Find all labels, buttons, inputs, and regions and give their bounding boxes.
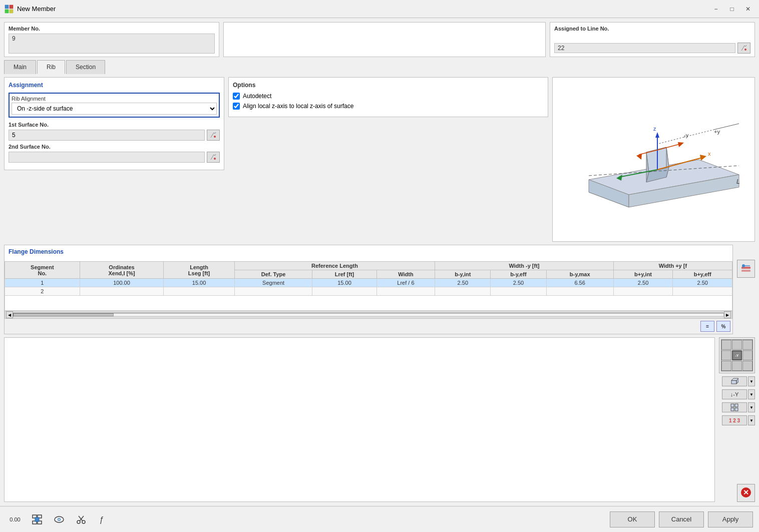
titlebar: New Member − □ ✕ (0, 0, 759, 18)
flange-table-container: Flange Dimensions SegmentNo. OrdinatesXe… (4, 245, 733, 334)
select-tool-button[interactable] (28, 510, 46, 528)
scroll-thumb[interactable] (14, 313, 114, 316)
view-btn-3d[interactable]: ▼ (722, 376, 755, 386)
col-width-pos-group: Width +y [f (613, 262, 732, 270)
coordinates-button[interactable]: 0.00 (6, 510, 24, 528)
svg-rect-32 (731, 380, 736, 384)
cut-tool-button[interactable] (72, 510, 90, 528)
cell-ordinates: 100.00 (80, 279, 164, 287)
close-button[interactable]: ✕ (741, 4, 755, 15)
cell-b-neg-int (435, 287, 491, 296)
table-scroll-area[interactable]: SegmentNo. OrdinatesXend,I [%] LengthLse… (5, 261, 732, 311)
equals-button[interactable]: = (700, 321, 714, 332)
align-checkbox[interactable] (233, 103, 240, 110)
rib-alignment-group: Rib Alignment On -z-side of surface On +… (9, 93, 220, 118)
svg-marker-17 (655, 132, 659, 138)
select-icon (32, 514, 43, 525)
grid-view-dropdown[interactable]: ▼ (748, 402, 755, 412)
surface2-pick-button[interactable] (207, 152, 220, 163)
cube-cell-tm (732, 340, 742, 350)
y-view-dropdown[interactable]: ▼ (748, 389, 755, 399)
cube-cell-mr (742, 350, 752, 360)
view-btn-numbers[interactable]: 1 2 3 ▼ (722, 415, 755, 425)
scroll-left-arrow[interactable]: ◀ (6, 311, 13, 318)
svg-rect-35 (731, 404, 734, 407)
cube-cell-bl (721, 361, 731, 371)
surface1-pick-button[interactable] (207, 130, 220, 141)
3d-view-dropdown[interactable]: ▼ (748, 376, 755, 386)
svg-point-5 (214, 136, 216, 138)
minimize-button[interactable]: − (709, 4, 723, 15)
view-btn-y[interactable]: ↓-Y ▼ (722, 389, 755, 399)
cube-cell-bm (732, 361, 742, 371)
dialog-body: Member No. 9 Assigned to Line No. 22 Mai… (0, 18, 759, 506)
bottom-bar: 0.00 (0, 506, 759, 532)
cube-cell-tl (721, 340, 731, 350)
cell-b-pos-int (613, 287, 673, 296)
right-view-controls: -Y ▼ ↓-Y (719, 337, 755, 502)
flange-section: Flange Dimensions SegmentNo. OrdinatesXe… (4, 245, 755, 334)
surface1-input[interactable] (9, 130, 205, 141)
col-b-neg-eff: b-y,eff (491, 270, 546, 279)
window-controls: − □ ✕ (709, 4, 755, 15)
cell-length (164, 287, 234, 296)
cell-lref (312, 287, 376, 296)
right-column: z x -y +y L (552, 77, 755, 242)
scroll-track[interactable] (13, 313, 724, 317)
assigned-panel: Assigned to Line No. 22 (550, 22, 755, 57)
view-tool-button[interactable] (50, 510, 68, 528)
app-icon (4, 4, 14, 14)
scroll-right-arrow[interactable]: ▶ (724, 311, 731, 318)
table-row[interactable]: 1 100.00 15.00 Segment 15.00 Lref / 6 2.… (5, 279, 732, 287)
left-spacer (4, 174, 224, 242)
tab-section[interactable]: Section (66, 60, 105, 74)
function-tool-button[interactable]: ƒ (94, 510, 112, 528)
cell-segment-no: 1 (5, 279, 80, 287)
flange-icon-button[interactable] (737, 260, 755, 278)
grid-view-button[interactable] (722, 402, 747, 412)
surface2-input[interactable] (9, 152, 205, 163)
tab-main[interactable]: Main (4, 60, 36, 74)
cell-b-neg-eff: 2.50 (491, 279, 546, 287)
bottom-bar-left: 0.00 (6, 510, 610, 528)
scissor-icon (76, 514, 87, 525)
3d-view-button[interactable] (722, 376, 747, 386)
apply-button[interactable]: Apply (708, 511, 753, 527)
surface2-row (9, 152, 220, 163)
ok-button[interactable]: OK (610, 511, 655, 527)
autodetect-checkbox[interactable] (233, 93, 240, 100)
col-lref: Lref [ft] (312, 270, 376, 279)
diagram-container: z x -y +y L (553, 78, 754, 241)
rib-alignment-select[interactable]: On -z-side of surface On +z-side of surf… (12, 103, 217, 115)
col-length: LengthLseg [ft] (164, 262, 234, 279)
surface2-group: 2nd Surface No. (9, 144, 220, 163)
assigned-label: Assigned to Line No. (554, 26, 750, 32)
cell-b-neg-max (546, 287, 613, 296)
svg-rect-37 (731, 408, 734, 411)
numbering-button[interactable]: 1 2 3 (722, 415, 747, 425)
flange-header: Flange Dimensions (5, 245, 732, 261)
table-row[interactable]: 2 (5, 287, 732, 296)
svg-rect-1 (10, 5, 13, 9)
numbering-dropdown[interactable]: ▼ (748, 415, 755, 425)
svg-line-27 (714, 124, 739, 130)
percent-button[interactable]: % (716, 321, 730, 332)
view-btn-grid[interactable]: ▼ (722, 402, 755, 412)
col-width: Width (376, 270, 435, 279)
horizontal-scrollbar[interactable]: ◀ ▶ (5, 311, 732, 319)
maximize-button[interactable]: □ (725, 4, 739, 15)
coordinates-label: 0.00 (10, 516, 20, 522)
content-area: Assignment Rib Alignment On -z-side of s… (4, 77, 755, 242)
tab-rib[interactable]: Rib (37, 60, 65, 74)
view-cube[interactable]: -Y (719, 337, 755, 373)
error-icon-button[interactable]: ✕ (737, 484, 755, 502)
cancel-button[interactable]: Cancel (659, 511, 704, 527)
col-width-neg-group: Width -y [ft] (435, 262, 614, 270)
cell-def-type: Segment (234, 279, 312, 287)
assigned-pick-button[interactable] (737, 43, 750, 54)
autodetect-row: Autodetect (233, 93, 544, 100)
flange-table: SegmentNo. OrdinatesXend,I [%] LengthLse… (5, 261, 732, 311)
y-view-button[interactable]: ↓-Y (722, 389, 747, 399)
eye-icon (54, 514, 65, 525)
bottom-bar-right: OK Cancel Apply (610, 511, 753, 527)
